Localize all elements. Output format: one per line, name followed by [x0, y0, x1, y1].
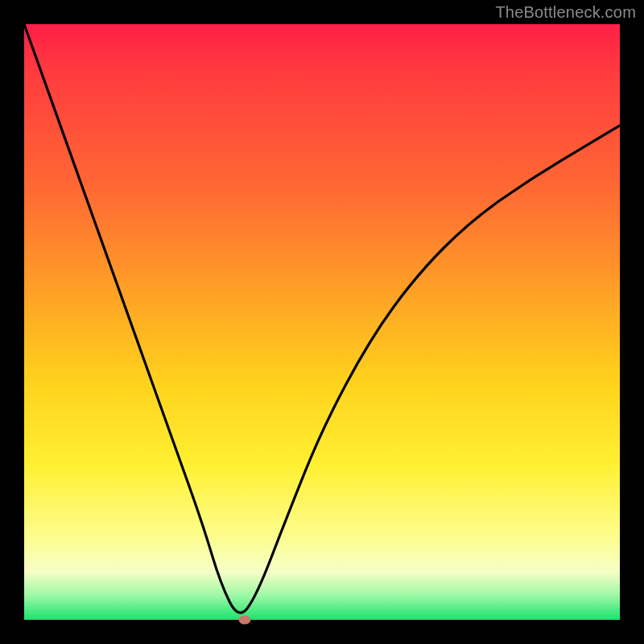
bottleneck-curve: [24, 24, 620, 620]
plot-area: [24, 24, 620, 620]
watermark-text: TheBottleneck.com: [495, 3, 636, 22]
optimum-marker: [238, 616, 250, 625]
chart-frame: TheBottleneck.com: [0, 0, 644, 644]
